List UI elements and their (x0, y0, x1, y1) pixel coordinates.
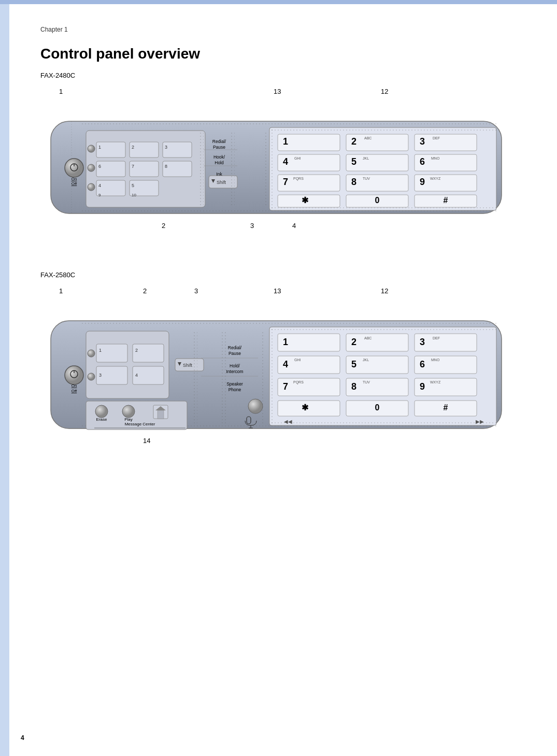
svg-text:◀◀: ◀◀ (284, 419, 292, 424)
svg-rect-75 (278, 195, 340, 207)
svg-text:9: 9 (420, 177, 425, 187)
svg-text:WXYZ: WXYZ (430, 380, 441, 384)
svg-text:TUV: TUV (363, 380, 370, 384)
svg-text:TUV: TUV (363, 177, 370, 180)
svg-text:5: 5 (132, 183, 134, 188)
svg-rect-114 (193, 331, 197, 424)
svg-text:Off: Off (72, 181, 77, 186)
fax2580-panel-svg: On Off 1 2 3 4 Shift Erase (40, 316, 507, 435)
svg-rect-2 (82, 122, 496, 126)
svg-text:On: On (72, 177, 77, 181)
svg-text:4: 4 (283, 359, 288, 369)
svg-text:Message  Center: Message Center (125, 422, 155, 426)
svg-rect-47 (269, 207, 496, 210)
page-title: Control panel overview (40, 46, 526, 62)
svg-text:WXYZ: WXYZ (430, 177, 441, 180)
svg-text:Pause: Pause (228, 351, 241, 356)
svg-rect-46 (269, 127, 496, 131)
model-2580-label: FAX-2580C (40, 271, 526, 279)
callout-13-2580: 13 (274, 287, 281, 295)
svg-point-105 (95, 405, 108, 418)
svg-text:8: 8 (351, 381, 356, 392)
svg-text:2: 2 (351, 337, 356, 347)
svg-text:▶▶: ▶▶ (476, 419, 484, 424)
callout-4-2480: 4 (292, 222, 296, 230)
callout-12-2480: 12 (381, 88, 388, 95)
fax2480-diagram: 1 13 12 (40, 88, 507, 250)
callout-14-2580: 14 (143, 437, 150, 445)
svg-point-85 (65, 366, 83, 384)
svg-text:Intercom: Intercom (226, 369, 243, 374)
svg-rect-36 (230, 132, 235, 207)
callout-1-2480: 1 (59, 88, 63, 95)
svg-text:ABC: ABC (364, 336, 372, 340)
callout-3-2580: 3 (194, 287, 198, 295)
svg-text:10: 10 (132, 193, 136, 197)
svg-text:9: 9 (98, 193, 101, 197)
svg-text:7: 7 (283, 177, 288, 187)
svg-text:6: 6 (420, 359, 425, 369)
svg-text:8: 8 (351, 177, 356, 187)
svg-text:7: 7 (132, 164, 134, 169)
svg-text:Shift: Shift (183, 363, 193, 368)
svg-text:6: 6 (420, 156, 425, 167)
svg-rect-115 (222, 331, 226, 424)
fax2480-panel-svg: On Off 1 2 3 6 7 8 (40, 116, 507, 220)
svg-text:1: 1 (99, 348, 102, 353)
svg-text:4: 4 (283, 156, 288, 167)
svg-rect-95 (133, 344, 164, 362)
svg-text:2: 2 (132, 145, 134, 150)
callout-13-2480: 13 (274, 88, 281, 95)
svg-rect-130 (269, 327, 496, 330)
svg-text:DEF: DEF (433, 336, 440, 340)
svg-text:PQRS: PQRS (293, 380, 304, 384)
callout-row-bottom-2480: 2 3 4 (40, 222, 507, 250)
callout-row-bottom-2580: 14 (40, 437, 507, 473)
fax2580-diagram: 1 2 3 13 12 (40, 287, 507, 473)
svg-text:GHI: GHI (294, 358, 301, 362)
svg-text:MNO: MNO (431, 358, 440, 362)
svg-text:Speaker: Speaker (226, 381, 243, 387)
svg-text:PQRS: PQRS (293, 177, 304, 181)
svg-rect-35 (198, 132, 204, 207)
svg-point-11 (88, 145, 95, 152)
svg-rect-37 (263, 132, 268, 207)
svg-text:✱: ✱ (302, 196, 309, 205)
svg-point-92 (88, 373, 95, 380)
callout-row-top-2580: 1 2 3 13 12 (40, 287, 507, 316)
svg-text:2: 2 (135, 348, 138, 353)
svg-rect-83 (82, 322, 496, 326)
svg-text:2: 2 (351, 136, 356, 147)
top-stripe (0, 0, 557, 4)
svg-point-107 (122, 405, 135, 418)
svg-point-5 (65, 159, 83, 177)
svg-text:Erase: Erase (96, 417, 107, 422)
svg-text:✱: ✱ (302, 403, 309, 412)
svg-text:Redial/: Redial/ (212, 139, 226, 144)
svg-text:On: On (72, 383, 77, 388)
callout-row-top-2480: 1 13 12 (40, 88, 507, 116)
svg-rect-111 (158, 410, 164, 419)
svg-text:5: 5 (351, 156, 356, 167)
svg-text:MNO: MNO (431, 156, 440, 160)
svg-text:3: 3 (420, 136, 425, 147)
svg-text:DEF: DEF (433, 136, 440, 140)
svg-text:1: 1 (283, 337, 288, 347)
svg-text:6: 6 (98, 164, 101, 169)
svg-rect-131 (269, 422, 496, 425)
svg-text:3: 3 (420, 337, 425, 347)
svg-text:#: # (444, 196, 448, 205)
svg-text:5: 5 (351, 359, 356, 369)
svg-text:Hold/: Hold/ (230, 363, 240, 368)
svg-point-125 (248, 399, 263, 413)
svg-rect-93 (96, 344, 127, 362)
svg-text:Hold: Hold (215, 160, 224, 165)
svg-text:0: 0 (375, 196, 380, 205)
left-accent (0, 0, 9, 756)
svg-rect-90 (86, 331, 169, 398)
svg-text:Off: Off (72, 389, 77, 393)
svg-text:Shift: Shift (217, 180, 226, 185)
svg-point-12 (88, 164, 95, 172)
svg-point-91 (88, 350, 95, 357)
svg-text:Play: Play (124, 417, 133, 422)
